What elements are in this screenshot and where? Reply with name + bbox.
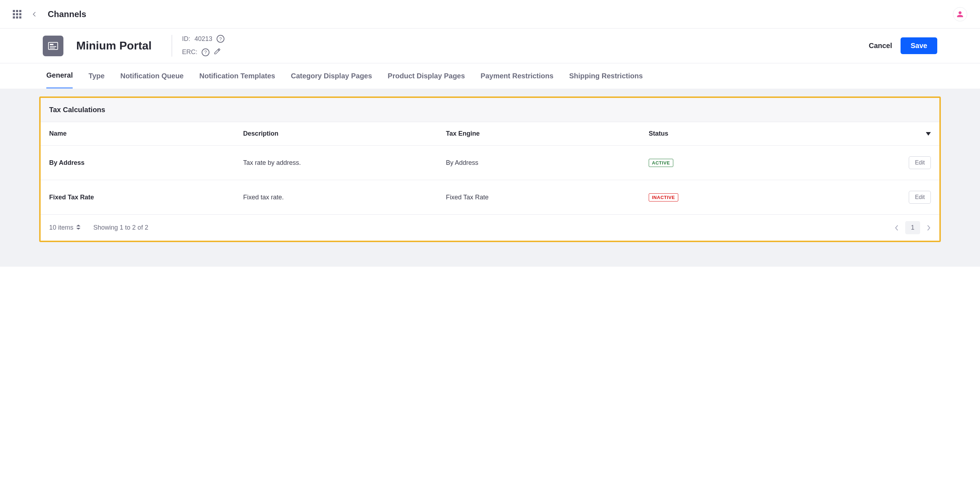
table-footer: 10 items Showing 1 to 2 of 2 1	[41, 215, 939, 241]
apps-grid-icon[interactable]	[13, 10, 21, 19]
pagination: 1	[894, 221, 931, 234]
save-button[interactable]: Save	[900, 37, 937, 54]
erc-row: ERC: ?	[182, 48, 224, 57]
table-row: By Address Tax rate by address. By Addre…	[41, 146, 939, 180]
edit-button[interactable]: Edit	[909, 191, 931, 204]
tab-type[interactable]: Type	[88, 64, 104, 88]
tab-notification-queue[interactable]: Notification Queue	[120, 64, 184, 88]
channel-icon	[43, 36, 64, 56]
caret-down-icon[interactable]	[926, 131, 931, 137]
row-status: ACTIVE	[649, 159, 860, 167]
row-name: By Address	[49, 159, 243, 167]
tab-notification-templates[interactable]: Notification Templates	[199, 64, 275, 88]
id-value: 40213	[194, 35, 212, 43]
help-icon[interactable]: ?	[202, 48, 210, 56]
header-actions: Cancel Save	[869, 37, 937, 54]
col-tax-engine: Tax Engine	[446, 130, 649, 137]
prev-page-icon[interactable]	[894, 225, 899, 231]
row-name: Fixed Tax Rate	[49, 194, 243, 201]
row-engine: By Address	[446, 159, 649, 167]
page-size-label: 10 items	[49, 224, 73, 232]
erc-label: ERC:	[182, 48, 197, 56]
page-header: Minium Portal ID: 40213 ? ERC: ? Cancel …	[0, 29, 980, 64]
tab-payment-restrictions[interactable]: Payment Restrictions	[480, 64, 554, 88]
svg-rect-2	[50, 46, 56, 47]
breadcrumb[interactable]: Channels	[48, 9, 86, 19]
tab-category-display-pages[interactable]: Category Display Pages	[291, 64, 372, 88]
tax-table: Name Description Tax Engine Status By Ad…	[41, 122, 939, 241]
updown-icon	[76, 224, 81, 232]
table-row: Fixed Tax Rate Fixed tax rate. Fixed Tax…	[41, 180, 939, 215]
header-meta: ID: 40213 ? ERC: ?	[172, 35, 224, 57]
panel-title: Tax Calculations	[41, 98, 939, 122]
showing-text: Showing 1 to 2 of 2	[93, 224, 148, 232]
svg-rect-3	[50, 48, 55, 48]
topbar-left: Channels	[13, 9, 86, 19]
topbar: Channels	[0, 0, 980, 29]
row-description: Fixed tax rate.	[243, 194, 446, 201]
table-header: Name Description Tax Engine Status	[41, 122, 939, 146]
col-description: Description	[243, 130, 446, 137]
current-page[interactable]: 1	[905, 221, 920, 234]
tabs-nav: General Type Notification Queue Notifica…	[0, 64, 980, 89]
row-status: INACTIVE	[649, 193, 860, 202]
svg-marker-5	[76, 225, 81, 226]
user-avatar[interactable]	[953, 7, 967, 21]
svg-marker-6	[76, 228, 81, 230]
content-area: Tax Calculations Name Description Tax En…	[0, 89, 980, 267]
edit-button[interactable]: Edit	[909, 156, 931, 169]
col-status: Status	[649, 130, 860, 137]
id-row: ID: 40213 ?	[182, 35, 224, 43]
page-size-selector[interactable]: 10 items	[49, 224, 81, 232]
page-title: Minium Portal	[76, 39, 154, 52]
next-page-icon[interactable]	[927, 225, 931, 231]
status-badge: INACTIVE	[649, 193, 678, 202]
help-icon[interactable]: ?	[216, 35, 224, 43]
back-icon[interactable]	[31, 11, 38, 17]
id-label: ID:	[182, 35, 190, 43]
row-description: Tax rate by address.	[243, 159, 446, 167]
tax-calculations-panel: Tax Calculations Name Description Tax En…	[39, 97, 941, 242]
svg-rect-1	[50, 44, 53, 45]
row-engine: Fixed Tax Rate	[446, 194, 649, 201]
tab-general[interactable]: General	[46, 64, 73, 89]
cancel-button[interactable]: Cancel	[869, 42, 892, 50]
tab-product-display-pages[interactable]: Product Display Pages	[388, 64, 465, 88]
col-name: Name	[49, 130, 243, 137]
tab-shipping-restrictions[interactable]: Shipping Restrictions	[569, 64, 643, 88]
svg-marker-4	[926, 132, 931, 136]
pencil-icon[interactable]	[214, 48, 221, 57]
status-badge: ACTIVE	[649, 159, 673, 167]
